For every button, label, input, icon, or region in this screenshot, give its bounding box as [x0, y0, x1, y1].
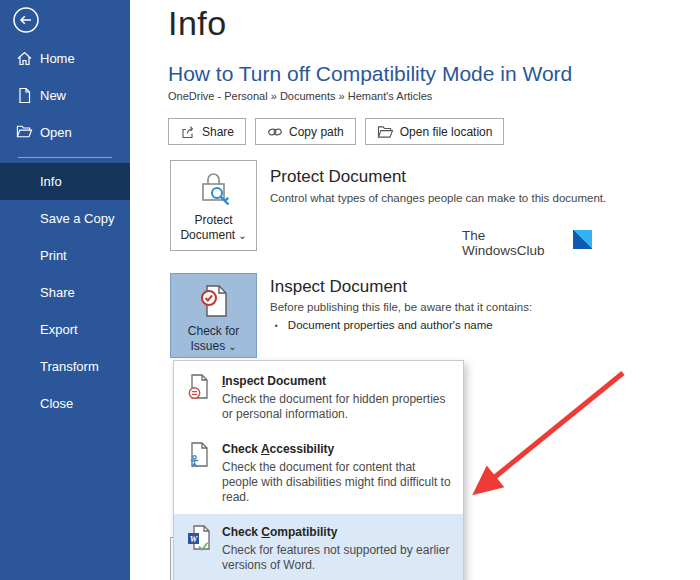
inspect-section-description: Before publishing this file, be aware th… — [270, 301, 532, 313]
word-backstage-info-screen: Home New Open Info Save a Copy Print Sha… — [0, 0, 700, 580]
lock-key-icon — [195, 169, 233, 213]
menu-item-title: Check Accessibility — [222, 442, 334, 456]
sidebar-item-save-a-copy[interactable]: Save a Copy — [0, 200, 130, 237]
open-file-location-button-label: Open file location — [400, 125, 493, 139]
menu-item-check-compatibility[interactable]: W Check Compatibility Check for features… — [174, 514, 463, 580]
chevron-down-icon: ⌄ — [238, 230, 246, 241]
protect-button-label-line1: Protect — [194, 213, 232, 228]
menu-item-title: Check Compatibility — [222, 525, 337, 539]
inspect-document-icon — [187, 371, 213, 422]
sidebar-item-open[interactable]: Open — [0, 120, 130, 144]
windowsclub-logo-icon — [573, 230, 592, 249]
page-title: Info — [168, 4, 227, 43]
new-document-icon — [16, 87, 33, 104]
menu-item-description: Check the document for hidden properties… — [222, 392, 454, 422]
copy-path-button-label: Copy path — [289, 125, 344, 139]
protect-section-description: Control what types of changes people can… — [270, 192, 606, 204]
inspect-bullet-text: Document properties and author's name — [288, 319, 493, 331]
watermark-line2: WindowsClub — [462, 243, 545, 258]
folder-icon — [377, 125, 394, 139]
back-button[interactable] — [11, 5, 41, 35]
share-icon — [180, 124, 196, 140]
chevron-down-icon: ⌄ — [228, 341, 236, 352]
sidebar-item-home[interactable]: Home — [0, 46, 130, 70]
breadcrumb: OneDrive - Personal » Documents » Hemant… — [168, 90, 432, 102]
check-compatibility-icon: W — [187, 522, 213, 573]
sidebar-item-new[interactable]: New — [0, 83, 130, 107]
menu-item-check-accessibility[interactable]: Check Accessibility Check the document f… — [174, 431, 463, 514]
sidebar-item-label: Home — [40, 51, 75, 66]
sidebar-menu: Info Save a Copy Print Share Export Tran… — [0, 163, 130, 422]
menu-item-description: Check for features not supported by earl… — [222, 543, 454, 573]
backstage-sidebar: Home New Open Info Save a Copy Print Sha… — [0, 0, 130, 580]
menu-item-inspect-document[interactable]: Inspect Document Check the document for … — [174, 363, 463, 431]
check-for-issues-dropdown-menu: Inspect Document Check the document for … — [173, 360, 464, 580]
sidebar-item-label: Open — [40, 125, 72, 140]
sidebar-item-share[interactable]: Share — [0, 274, 130, 311]
issues-button-label-line2: Issues — [190, 339, 225, 353]
issues-button-label-line1: Check for — [188, 324, 239, 339]
inspect-section-heading: Inspect Document — [270, 277, 407, 297]
protect-document-button[interactable]: Protect Document⌄ — [170, 160, 257, 251]
check-for-issues-icon — [196, 282, 232, 324]
home-icon — [16, 50, 33, 67]
check-accessibility-icon — [187, 439, 213, 505]
menu-item-title: Inspect Document — [222, 374, 326, 388]
open-file-location-button[interactable]: Open file location — [365, 118, 505, 145]
sidebar-item-print[interactable]: Print — [0, 237, 130, 274]
menu-item-description: Check the document for content that peop… — [222, 460, 454, 505]
copy-path-button[interactable]: Copy path — [255, 118, 356, 145]
protect-button-label-line2: Document — [180, 228, 235, 242]
protect-section-heading: Protect Document — [270, 167, 406, 187]
bullet-icon: ▪ — [275, 321, 278, 330]
share-button[interactable]: Share — [168, 118, 246, 145]
document-toolbar: Share Copy path Open file location — [168, 118, 504, 145]
info-page: Info How to Turn off Compatibility Mode … — [130, 0, 700, 580]
sidebar-divider — [18, 157, 112, 158]
windowsclub-watermark: The WindowsClub — [462, 228, 592, 258]
inspect-bullet-item: ▪ Document properties and author's name — [275, 319, 493, 331]
sidebar-item-transform[interactable]: Transform — [0, 348, 130, 385]
sidebar-item-export[interactable]: Export — [0, 311, 130, 348]
check-for-issues-button[interactable]: Check for Issues⌄ — [170, 273, 257, 358]
open-folder-icon — [16, 124, 33, 141]
sidebar-item-close[interactable]: Close — [0, 385, 130, 422]
back-arrow-icon — [11, 23, 41, 38]
sidebar-item-info[interactable]: Info — [0, 163, 130, 200]
share-button-label: Share — [202, 125, 234, 139]
document-title: How to Turn off Compatibility Mode in Wo… — [168, 62, 572, 86]
sidebar-item-label: New — [40, 88, 66, 103]
watermark-line1: The — [462, 228, 545, 243]
link-icon — [267, 124, 283, 140]
